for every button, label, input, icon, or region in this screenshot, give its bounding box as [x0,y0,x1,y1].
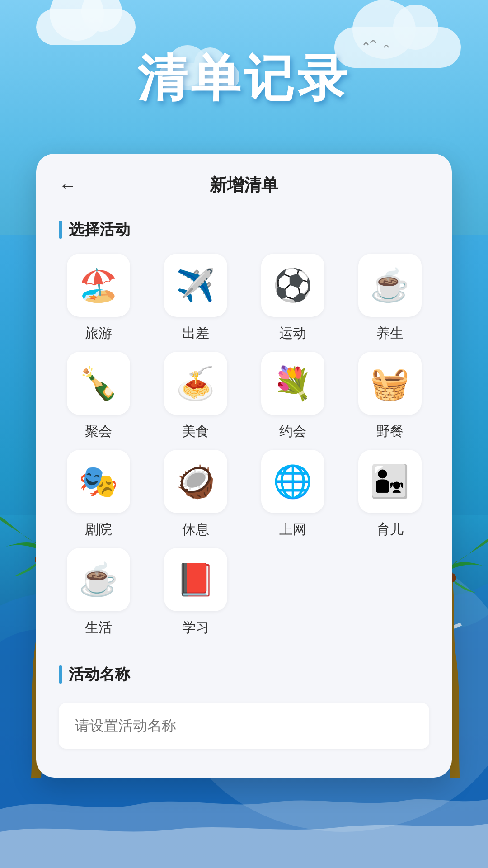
activity-item-business[interactable]: ✈️出差 [151,254,239,343]
activity-icon-study: 📕 [164,548,227,611]
activity-icon-rest: 🥥 [164,450,227,513]
activity-item-health[interactable]: ☕养生 [346,254,434,343]
activity-label-business: 出差 [182,324,209,343]
activity-icon-internet: 🌐 [261,450,324,513]
activity-icon-sports: ⚽ [261,254,324,317]
activity-label-internet: 上网 [279,520,306,539]
activity-label-party: 聚会 [85,422,112,441]
activity-label-theater: 剧院 [85,520,112,539]
activity-item-party[interactable]: 🍾聚会 [54,352,142,441]
app-title: 清单记录 [0,45,488,113]
activity-item-food[interactable]: 🍝美食 [151,352,239,441]
title-area: 清单记录 [0,45,488,113]
activity-label-rest: 休息 [182,520,209,539]
activity-icon-date: 💐 [261,352,324,415]
cloud-1 [36,9,136,45]
activity-item-sports[interactable]: ⚽运动 [249,254,337,343]
activity-icon-health: ☕ [358,254,422,317]
section-bar [59,221,62,239]
activity-label-sports: 运动 [279,324,306,343]
activity-icon-picnic: 🧺 [358,352,422,415]
activity-name-section [36,694,452,762]
activity-item-internet[interactable]: 🌐上网 [249,450,337,539]
activity-label-parenting: 育儿 [376,520,404,539]
activity-item-picnic[interactable]: 🧺野餐 [346,352,434,441]
activity-item-parenting[interactable]: 👨‍👧育儿 [346,450,434,539]
activity-section-label: 选择活动 [69,219,130,240]
activity-icon-life: ☕ [67,548,130,611]
activity-item-rest[interactable]: 🥥休息 [151,450,239,539]
activity-label-travel: 旅游 [85,324,112,343]
main-card: ← 新增清单 选择活动 🏖️旅游✈️出差⚽运动☕养生🍾聚会🍝美食💐约会🧺野餐🎭剧… [36,154,452,778]
activity-section-header: 选择活动 [36,206,452,249]
activity-item-life[interactable]: ☕生活 [54,548,142,637]
activity-item-theater[interactable]: 🎭剧院 [54,450,142,539]
name-section-bar [59,665,62,684]
activity-item-date[interactable]: 💐约会 [249,352,337,441]
activity-icon-travel: 🏖️ [67,254,130,317]
activity-label-health: 养生 [376,324,404,343]
activity-icon-parenting: 👨‍👧 [358,450,422,513]
activity-icon-party: 🍾 [67,352,130,415]
activity-label-study: 学习 [182,618,209,637]
activity-item-travel[interactable]: 🏖️旅游 [54,254,142,343]
activity-label-date: 约会 [279,422,306,441]
activity-icon-food: 🍝 [164,352,227,415]
back-button[interactable]: ← [59,176,77,194]
card-header: ← 新增清单 [36,154,452,206]
activity-label-life: 生活 [85,618,112,637]
activity-name-input[interactable] [59,703,429,749]
card-title: 新增清单 [210,174,278,197]
activity-icon-business: ✈️ [164,254,227,317]
activity-label-picnic: 野餐 [376,422,404,441]
activity-item-study[interactable]: 📕学习 [151,548,239,637]
name-section-header: 活动名称 [36,651,452,694]
activity-icon-theater: 🎭 [67,450,130,513]
activity-grid: 🏖️旅游✈️出差⚽运动☕养生🍾聚会🍝美食💐约会🧺野餐🎭剧院🥥休息🌐上网👨‍👧育儿… [36,249,452,651]
name-section-label: 活动名称 [69,664,130,685]
activity-label-food: 美食 [182,422,209,441]
